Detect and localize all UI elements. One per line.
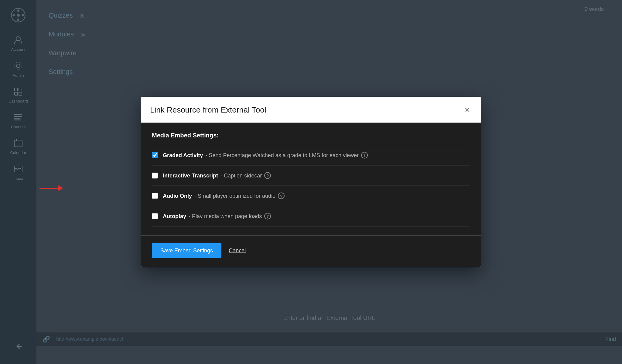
setting-row-audio-only: Audio Only - Small player optimized for … [152, 186, 470, 206]
setting-row-autoplay: Autoplay - Play media when page loads ? [152, 206, 470, 226]
autoplay-name: Autoplay [163, 213, 186, 219]
save-embed-settings-button[interactable]: Save Embed Settings [152, 243, 221, 258]
setting-row-graded-activity: Graded Activity - Send Percentage Watche… [152, 145, 470, 165]
audio-only-help-icon[interactable]: ? [278, 193, 285, 199]
interactive-transcript-name: Interactive Transcript [163, 172, 218, 179]
audio-only-desc: - Small player optimized for audio [194, 193, 275, 199]
dialog-header: Link Resource from External Tool × [141, 97, 481, 123]
graded-activity-desc: - Send Percentage Watched as a grade to … [205, 152, 359, 158]
autoplay-help-icon[interactable]: ? [264, 213, 271, 220]
dialog: Link Resource from External Tool × Media… [141, 97, 481, 267]
cancel-button[interactable]: Cancel [229, 248, 246, 254]
arrow-head [58, 185, 63, 191]
arrow-line [39, 188, 58, 189]
interactive-transcript-checkbox[interactable] [152, 173, 158, 179]
interactive-transcript-text: Interactive Transcript - Caption sidecar… [163, 172, 271, 179]
dialog-title: Link Resource from External Tool [150, 105, 266, 114]
graded-activity-name: Graded Activity [163, 152, 203, 158]
audio-only-name: Audio Only [163, 193, 192, 199]
dialog-close-button[interactable]: × [462, 104, 472, 115]
autoplay-text: Autoplay - Play media when page loads ? [163, 213, 271, 220]
autoplay-checkbox[interactable] [152, 213, 158, 219]
dialog-body: Media Embed Settings: Graded Activity - … [141, 123, 481, 236]
section-title: Media Embed Settings: [152, 132, 470, 139]
audio-only-text: Audio Only - Small player optimized for … [163, 193, 285, 199]
audio-only-checkbox[interactable] [152, 193, 158, 199]
interactive-transcript-help-icon[interactable]: ? [264, 172, 271, 179]
divider-4 [152, 226, 470, 227]
graded-activity-checkbox[interactable] [152, 152, 158, 158]
interactive-transcript-desc: - Caption sidecar [220, 172, 262, 179]
dialog-footer: Save Embed Settings Cancel [141, 236, 481, 267]
graded-activity-text: Graded Activity - Send Percentage Watche… [163, 152, 368, 159]
arrow-indicator [39, 185, 63, 191]
setting-row-interactive-transcript: Interactive Transcript - Caption sidecar… [152, 166, 470, 186]
graded-activity-help-icon[interactable]: ? [361, 152, 368, 159]
autoplay-desc: - Play media when page loads [189, 213, 262, 219]
